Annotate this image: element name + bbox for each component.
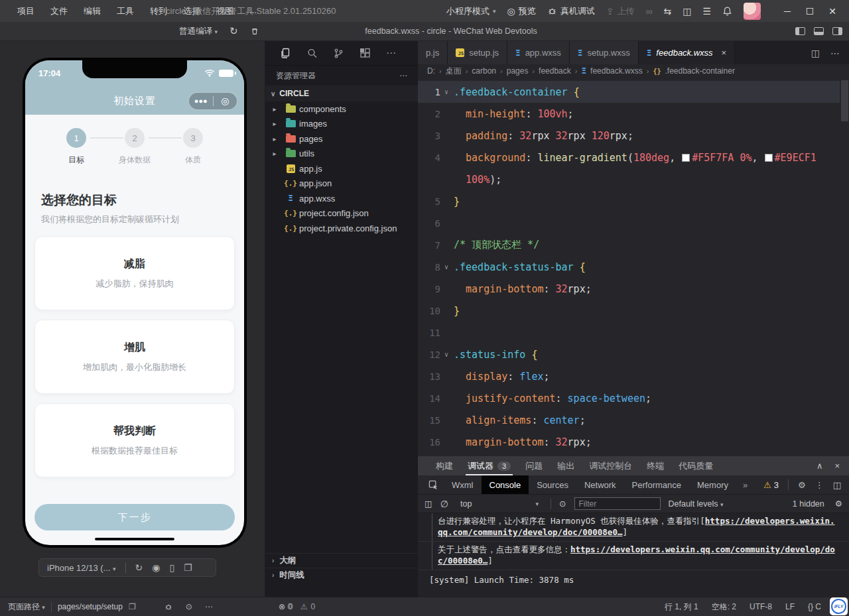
code-line-10[interactable]: 10} xyxy=(418,300,840,322)
dock-icon[interactable]: ◫ xyxy=(833,480,841,490)
explorer-more-icon[interactable]: ⋯ xyxy=(399,71,407,80)
toggle-bottom-panel-icon[interactable] xyxy=(814,27,824,35)
console-message[interactable]: 关于上述警告，点击查看更多信息：https://developers.weixi… xyxy=(418,542,849,570)
rotate-icon[interactable]: ↻ xyxy=(135,562,143,573)
more-tabs-icon[interactable]: » xyxy=(736,475,754,494)
project-root[interactable]: ∨ CIRCLE xyxy=(265,86,418,101)
next-step-button[interactable]: 下一步 xyxy=(34,504,235,530)
windows-icon[interactable]: ❐ xyxy=(184,562,192,573)
breadcrumb-item[interactable]: pages xyxy=(507,66,529,76)
tab-app.wxss[interactable]: Ξapp.wxss xyxy=(507,41,570,64)
code-line-wrap[interactable]: 100%); xyxy=(418,168,840,190)
devtools-tab-Sources[interactable]: Sources xyxy=(529,475,576,494)
folder-pages[interactable]: ▸pages xyxy=(265,131,418,147)
more-icon[interactable]: ⋯ xyxy=(386,47,396,59)
code-line-9[interactable]: 9 margin-bottom: 32rpx; xyxy=(418,278,840,300)
outline-section[interactable]: ›大纲 xyxy=(265,553,418,568)
copy-icon[interactable]: ❐ xyxy=(129,602,136,611)
exit-button[interactable]: ◎ xyxy=(214,93,237,109)
code-line-3[interactable]: 3 padding: 32rpx 32rpx 120rpx; xyxy=(418,125,840,147)
refresh-icon[interactable]: ↻ xyxy=(229,25,238,37)
phone-icon[interactable]: ▯ xyxy=(170,562,175,573)
breadcrumb-item[interactable]: .feedback-container xyxy=(665,66,734,76)
more-icon[interactable]: ⋯ xyxy=(205,602,213,611)
toggle-right-panel-icon[interactable] xyxy=(832,27,842,35)
fold-icon[interactable]: ∨ xyxy=(440,88,452,95)
switch-icon[interactable]: ⇆ xyxy=(663,7,671,16)
problem-counts[interactable]: ⊗0 ⚠0 xyxy=(279,602,315,611)
breadcrumb-item[interactable]: feedback.wxss xyxy=(590,66,643,76)
code-line-1[interactable]: 1∨.feedback-container { xyxy=(418,81,840,103)
inspect-element-icon[interactable] xyxy=(423,475,444,494)
close-panel-icon[interactable]: × xyxy=(834,461,840,471)
split-editor-icon[interactable]: ◫ xyxy=(811,48,820,58)
log-levels-select[interactable]: Default levels ▾ xyxy=(669,499,724,509)
panel-tab-代码质量[interactable]: 代码质量 xyxy=(671,456,720,475)
page-path-select[interactable]: 页面路径 ▾ xyxy=(8,601,45,613)
devtools-tab-Memory[interactable]: Memory xyxy=(689,475,736,494)
tab-setup.js[interactable]: JSsetup.js xyxy=(448,41,507,64)
file-project.config.json[interactable]: {.}project.config.json xyxy=(265,206,418,221)
code-line-11[interactable]: 11 xyxy=(418,322,840,343)
code-line-13[interactable]: 13 display: flex; xyxy=(418,365,840,387)
clear-cache-icon[interactable] xyxy=(250,27,259,36)
menu-工具[interactable]: 工具 xyxy=(109,5,142,17)
clear-console-icon[interactable]: ∅ xyxy=(440,499,448,509)
tab-setup.wxss[interactable]: Ξsetup.wxss xyxy=(570,41,639,64)
remote-debug-button[interactable]: 真机调试 xyxy=(547,5,595,17)
device-select[interactable]: iPhone 12/13 (... ▾ xyxy=(47,563,116,573)
menu-编辑[interactable]: 编辑 xyxy=(76,5,109,17)
hamburger-menu-icon[interactable]: ☰ xyxy=(702,7,711,16)
console-sidebar-icon[interactable]: ◫ xyxy=(424,499,432,509)
avatar[interactable] xyxy=(744,3,761,20)
eye-icon[interactable]: ⊙ xyxy=(559,499,566,509)
files-icon[interactable] xyxy=(280,48,291,59)
status-item-3[interactable]: LF xyxy=(785,602,795,611)
code-area[interactable]: 1∨.feedback-container {2 min-height: 100… xyxy=(418,78,849,456)
devtools-settings-icon[interactable]: ⚙ xyxy=(798,480,806,490)
menu-文件[interactable]: 文件 xyxy=(42,5,76,17)
code-line-5[interactable]: 5} xyxy=(418,190,840,212)
console-settings-icon[interactable]: ⚙ xyxy=(835,499,842,509)
preview-button[interactable]: ◎预览 xyxy=(507,5,536,17)
record-icon[interactable]: ◉ xyxy=(152,562,160,573)
folder-utils[interactable]: ▸utils xyxy=(265,147,418,162)
mode-select[interactable]: 小程序模式▾ xyxy=(446,5,496,17)
close-button[interactable]: ✕ xyxy=(821,6,844,17)
extensions-icon[interactable] xyxy=(359,48,371,59)
status-item-1[interactable]: 空格: 2 xyxy=(712,601,736,613)
scrollbar[interactable] xyxy=(841,80,848,121)
close-tab-icon[interactable]: × xyxy=(722,48,727,58)
tab-p.js[interactable]: p.js xyxy=(418,41,448,64)
more-button[interactable]: ●●● xyxy=(189,93,213,109)
timeline-section[interactable]: ›时间线 xyxy=(265,568,418,582)
fold-icon[interactable]: ∨ xyxy=(440,263,452,271)
console-message[interactable]: 台进行兼容处理，让小程序在 HarmonyOS 也获得最佳体验，查看指引[htt… xyxy=(418,513,849,542)
status-item-2[interactable]: UTF-8 xyxy=(750,602,772,611)
panel-tab-调试控制台[interactable]: 调试控制台 xyxy=(582,456,639,475)
panel-tab-构建[interactable]: 构建 xyxy=(428,456,460,475)
link-icon[interactable]: ∞ xyxy=(645,7,652,16)
upload-button[interactable]: ⇪上传 xyxy=(606,5,635,17)
devtools-tab-Wxml[interactable]: Wxml xyxy=(444,475,482,494)
panel-tab-终端[interactable]: 终端 xyxy=(639,456,671,475)
collapse-panel-icon[interactable]: ∧ xyxy=(816,461,823,471)
devtools-tab-Console[interactable]: Console xyxy=(482,475,529,494)
status-item-0[interactable]: 行 1, 列 1 xyxy=(665,601,698,613)
code-line-12[interactable]: 12∨.status-info { xyxy=(418,343,840,365)
console-filter-input[interactable] xyxy=(574,497,661,510)
menu-项目[interactable]: 项目 xyxy=(9,5,42,17)
panel-tab-调试器[interactable]: 调试器3 xyxy=(460,456,518,475)
toggle-left-panel-icon[interactable] xyxy=(795,27,805,35)
editor-more-icon[interactable]: ⋯ xyxy=(830,48,840,58)
file-app.js[interactable]: JSapp.js xyxy=(265,161,418,176)
compile-mode-select[interactable]: 普通编译 ▾ xyxy=(179,26,218,37)
goal-card-减脂[interactable]: 减脂减少脂肪，保持肌肉 xyxy=(34,236,235,310)
bell-icon[interactable] xyxy=(722,6,732,17)
breadcrumb-item[interactable]: carbon xyxy=(472,66,496,76)
folder-components[interactable]: ▸components xyxy=(265,101,418,117)
debug-icon[interactable] xyxy=(164,602,173,611)
source-control-icon[interactable] xyxy=(333,48,344,59)
fold-icon[interactable]: ∨ xyxy=(440,351,452,358)
devtools-tab-Performance[interactable]: Performance xyxy=(624,475,689,494)
